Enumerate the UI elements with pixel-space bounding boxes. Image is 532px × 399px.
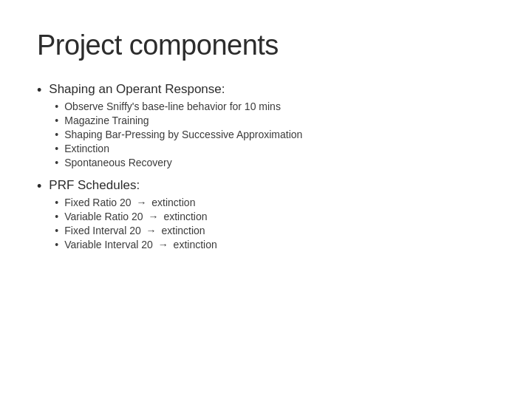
shaping-sub-item-5: Spontaneous Recovery [55,157,302,168]
prf-item2-prefix: Variable Ratio 20 [64,211,143,222]
prf-label: PRF Schedules: [49,178,216,193]
prf-item1-arrow: → [136,197,146,208]
prf-sub-item-1: Fixed Ratio 20 → extinction [55,197,216,208]
prf-sub-list: Fixed Ratio 20 → extinction Variable Rat… [55,197,216,253]
main-bullet-shaping: Shaping an Operant Response: Observe Sni… [37,82,495,171]
prf-item1-prefix: Fixed Ratio 20 [64,197,131,208]
shaping-sub-item-1: Observe Sniffy's base-line behavior for … [55,100,302,112]
prf-item4-suffix: extinction [174,239,217,250]
prf-item4-arrow: → [158,239,168,250]
prf-item2-arrow: → [148,211,158,222]
shaping-label: Shaping an Operant Response: [49,82,302,97]
prf-item4-prefix: Variable Interval 20 [64,239,153,250]
prf-item1-suffix: extinction [151,197,195,208]
main-bullets-list: Shaping an Operant Response: Observe Sni… [37,82,495,253]
prf-sub-item-4: Variable Interval 20 → extinction [55,239,216,250]
main-bullet-prf: PRF Schedules: Fixed Ratio 20 → extincti… [37,178,495,253]
prf-item3-arrow: → [146,225,157,236]
prf-sub-item-2: Variable Ratio 20 → extinction [55,211,216,222]
prf-item2-suffix: extinction [163,211,207,222]
prf-item3-suffix: extinction [162,225,205,236]
slide: Project components Shaping an Operant Re… [0,0,532,399]
prf-section: PRF Schedules: Fixed Ratio 20 → extincti… [49,178,216,253]
prf-sub-item-3: Fixed Interval 20 → extinction [55,225,216,236]
shaping-sub-item-4: Extinction [55,143,302,154]
shaping-sub-item-2: Magazine Training [55,115,302,126]
prf-item3-prefix: Fixed Interval 20 [64,225,141,236]
shaping-sub-list: Observe Sniffy's base-line behavior for … [55,100,302,171]
shaping-section: Shaping an Operant Response: Observe Sni… [49,82,302,171]
shaping-sub-item-3: Shaping Bar-Pressing by Successive Appro… [55,129,302,140]
slide-title: Project components [37,30,495,61]
